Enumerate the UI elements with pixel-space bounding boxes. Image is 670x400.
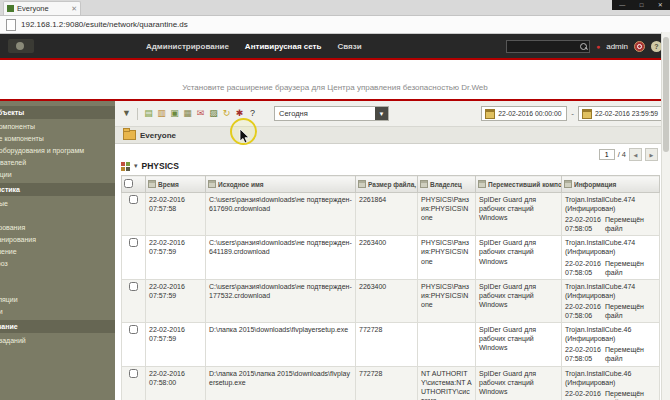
date-separator: - <box>571 109 574 118</box>
cell-size: 2263400 <box>356 279 418 322</box>
url-text[interactable]: 192.168.1.2:9080/esuite/network/quaranti… <box>21 20 188 29</box>
vertical-scrollbar[interactable] <box>661 32 670 400</box>
save-icon[interactable]: ▣ <box>169 108 180 119</box>
sidebar-item-threat-statistics[interactable]: Статистика угроз <box>0 257 115 269</box>
window-close-icon[interactable]: ✕ <box>658 0 663 10</box>
table-header-row: Время Исходное имя Размер файла, Б Владе… <box>122 176 660 193</box>
cell-info: Trojan.InstallCube.46 (Инфицирован) 22-0… <box>562 323 660 366</box>
sidebar-item-installed-components[interactable]: Установленные компоненты <box>0 132 115 144</box>
column-icon <box>358 180 366 188</box>
row-checkbox[interactable] <box>129 282 138 291</box>
sidebar-item-viruses[interactable]: Вирусы <box>0 269 115 281</box>
chevron-down-icon[interactable]: ▾ <box>134 162 138 170</box>
info-action: Перемещён файл <box>601 215 656 233</box>
screen: Everyone ✕ — □ ✕ 192.168.1.2:9080/esuite… <box>0 0 670 400</box>
col-file-size[interactable]: Размер файла, Б <box>356 176 418 193</box>
cell-owner: PHYSICS\Ранзия:PHYSICS\None <box>418 193 476 236</box>
app-header: Администрирование Антивирусная сеть Связ… <box>0 34 670 58</box>
period-select[interactable]: Сегодня ▼ <box>274 106 389 121</box>
col-component[interactable]: Переместивший компонент <box>476 176 562 193</box>
col-information[interactable]: Информация <box>562 176 660 193</box>
table-row[interactable]: 22-02-2016 07:57:59 C:\users\ранзия\down… <box>122 279 660 322</box>
menu-relations[interactable]: Связи <box>337 42 361 51</box>
mail-icon[interactable]: ✉ <box>195 108 206 119</box>
cell-source-name: D:\лапка 2015\downloads\flvplayersetup.e… <box>206 323 356 366</box>
window-controls: — □ ✕ <box>612 0 670 10</box>
info-date: 22-02-2016 07:58:06 <box>565 302 601 320</box>
toolbar-help-icon[interactable]: ? <box>247 108 258 119</box>
sidebar-item-new-installations[interactable]: Новые инсталляции <box>0 293 115 305</box>
address-bar: 192.168.1.2:9080/esuite/network/quaranti… <box>0 16 670 34</box>
sidebar-item-infections[interactable]: Инфекции <box>0 209 115 221</box>
table-row[interactable]: 22-02-2016 07:57:59 D:\лапка 2015\downlo… <box>122 323 660 366</box>
sidebar-item-user-sessions[interactable]: Сессии пользователей <box>0 156 115 168</box>
sidebar-item-hardware-software[interactable]: Обнаружение оборудования и программ <box>0 144 115 156</box>
filter-icon[interactable]: ▼ <box>121 108 132 119</box>
export-pdf-icon[interactable]: ▨ <box>208 108 219 119</box>
sidebar-item-all-log[interactable]: Весь журнал <box>0 281 115 293</box>
group-title[interactable]: PHYSICS <box>142 161 179 171</box>
sidebar-item-task-scheduler[interactable]: Планировщик заданий <box>0 334 115 346</box>
table-row[interactable]: 22-02-2016 07:58:00 D:\лапка 2015\лапка … <box>122 366 660 400</box>
drweb-logo[interactable] <box>8 39 34 53</box>
cell-size: 2263400 <box>356 236 418 279</box>
menu-antivirus-network[interactable]: Антивирусная сеть <box>245 42 322 51</box>
col-time[interactable]: Время <box>146 176 206 193</box>
search-input[interactable] <box>506 40 590 53</box>
refresh-icon[interactable]: ↻ <box>221 108 232 119</box>
sidebar-item-deinstallations[interactable]: Деинсталляции <box>0 305 115 317</box>
col-owner[interactable]: Владелец <box>418 176 476 193</box>
sidebar-item-scan-statistics[interactable]: Статистика сканирования <box>0 233 115 245</box>
sidebar-item-running-components[interactable]: Запущенные компоненты <box>0 120 115 132</box>
sidebar-item-scan-errors[interactable]: Ошибки сканирования <box>0 221 115 233</box>
window-maximize-icon[interactable]: □ <box>640 0 644 10</box>
tab-close-icon[interactable]: ✕ <box>71 5 77 13</box>
prev-page-button[interactable]: ◀ <box>629 148 642 161</box>
extension-banner-text[interactable]: Установите расширение браузера для Центр… <box>182 83 488 92</box>
row-checkbox[interactable] <box>129 325 138 334</box>
date-to-value: 22-02-2016 23:59:59 <box>595 110 658 117</box>
next-page-button[interactable]: ▶ <box>645 148 658 161</box>
table-row[interactable]: 22-02-2016 07:57:58 C:\users\ранзия\down… <box>122 193 660 236</box>
header-right: ● admin ? <box>506 40 662 53</box>
export-table-icon[interactable]: ▤ <box>143 108 154 119</box>
date-to-input[interactable]: 22-02-2016 23:59:59 <box>578 106 664 121</box>
column-icon <box>564 180 572 188</box>
search-icon <box>580 43 587 50</box>
select-all-checkbox[interactable] <box>124 179 133 188</box>
sidebar-section-selected-objects[interactable]: Выбранные объекты <box>0 106 115 119</box>
page-total: / 4 <box>618 150 626 159</box>
admin-user[interactable]: admin <box>606 42 628 51</box>
sidebar-item-start-stop[interactable]: Запуск/Завершение <box>0 245 115 257</box>
sidebar-item-summary-data[interactable]: Сводные данные <box>0 197 115 209</box>
row-checkbox[interactable] <box>129 238 138 247</box>
threat-name: Trojan.InstallCube.474 (Инфицирован) <box>565 195 656 213</box>
logout-icon[interactable] <box>634 41 645 52</box>
scrollbar-thumb[interactable] <box>663 37 669 152</box>
date-from-input[interactable]: 22-02-2016 00:00:00 <box>481 106 567 121</box>
col-source-name[interactable]: Исходное имя <box>206 176 356 193</box>
window-minimize-icon[interactable]: — <box>619 0 625 10</box>
export-doc-icon[interactable]: ▥ <box>156 108 167 119</box>
menu-administration[interactable]: Администрирование <box>146 42 229 51</box>
cell-component: SpIDer Guard для рабочих станций Windows <box>476 279 562 322</box>
info-action: Перемещён файл <box>601 345 656 363</box>
cell-owner <box>418 323 476 366</box>
cell-info: Trojan.InstallCube.474 (Инфицирован) 22-… <box>562 236 660 279</box>
threat-name: Trojan.InstallCube.46 (Инфицирован) <box>565 325 656 343</box>
breadcrumb[interactable]: Everyone <box>140 131 176 140</box>
cell-component: SpIDer Guard для рабочих станций Windows <box>476 193 562 236</box>
page-input[interactable] <box>599 149 615 160</box>
sidebar-section-statistics[interactable]: Сводная статистика <box>0 183 115 196</box>
table-row[interactable]: 22-02-2016 07:57:59 C:\users\ранзия\down… <box>122 236 660 279</box>
settings-icon[interactable]: ✱ <box>234 108 245 119</box>
cell-time: 22-02-2016 07:57:58 <box>146 193 206 236</box>
browser-tab[interactable]: Everyone ✕ <box>3 1 81 15</box>
print-icon[interactable]: ▦ <box>182 108 193 119</box>
sidebar-section-configuration[interactable]: Конфигурирование <box>0 320 115 333</box>
row-checkbox[interactable] <box>129 369 138 378</box>
browser-tabstrip: Everyone ✕ — □ ✕ <box>0 0 670 16</box>
extension-banner: Установите расширение браузера для Центр… <box>0 58 670 101</box>
sidebar-item-active-stations[interactable]: Активные станции <box>0 168 115 180</box>
row-checkbox[interactable] <box>129 195 138 204</box>
